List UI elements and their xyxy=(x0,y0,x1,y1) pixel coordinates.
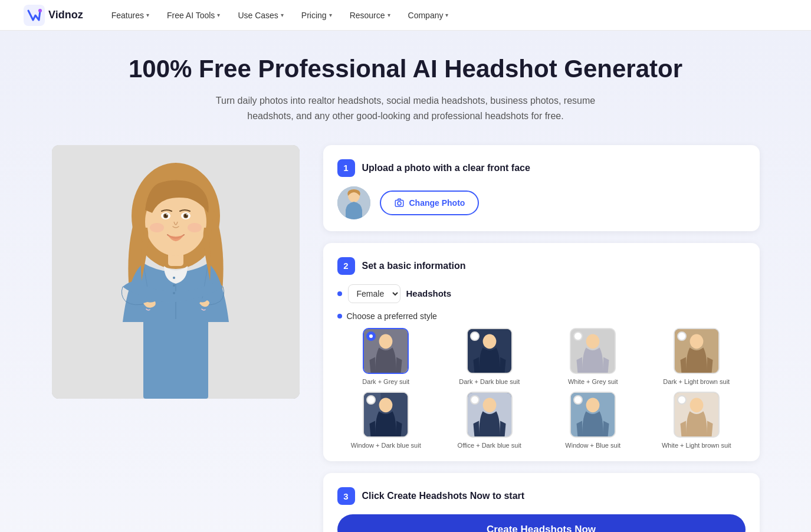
style-section-label: Choose a preferred style xyxy=(337,311,746,321)
style-radio-white-grey xyxy=(573,331,583,341)
style-label-window-blue: Window + Blue suit xyxy=(565,441,620,449)
step3-badge: 3 xyxy=(337,487,355,505)
bullet-icon xyxy=(337,314,342,318)
step3-card: 3 Click Create Headshots Now to start Cr… xyxy=(323,473,760,532)
step2-badge: 2 xyxy=(337,257,355,275)
svg-point-28 xyxy=(482,334,496,349)
main-photo xyxy=(52,145,300,399)
step2-title: Set a basic information xyxy=(362,261,466,271)
chevron-down-icon: ▾ xyxy=(217,12,220,18)
svg-point-26 xyxy=(379,334,393,349)
style-item-dark-grey[interactable]: Dark + Grey suit xyxy=(337,328,435,386)
step3-title: Click Create Headshots Now to start xyxy=(362,491,525,501)
style-label-office-darkblue: Office + Dark blue suit xyxy=(458,441,521,449)
svg-point-18 xyxy=(150,223,164,232)
svg-point-39 xyxy=(586,398,600,412)
svg-point-32 xyxy=(689,334,703,349)
svg-point-13 xyxy=(166,214,168,215)
svg-point-30 xyxy=(586,334,600,349)
headshots-label: Headshots xyxy=(406,288,452,298)
svg-rect-0 xyxy=(24,5,45,26)
nav-item-resource[interactable]: Resource ▾ xyxy=(343,7,398,24)
style-item-window-blue[interactable]: Window + Blue suit xyxy=(544,392,642,449)
style-item-white-lightbrown[interactable]: White + Light brown suit xyxy=(648,392,746,449)
svg-point-37 xyxy=(482,398,496,412)
style-item-window-darkblue[interactable]: Window + Dark blue suit xyxy=(337,392,435,449)
nav-item-free-ai-tools[interactable]: Free AI Tools ▾ xyxy=(160,7,227,24)
style-thumb-window-blue xyxy=(570,392,616,438)
bullet-icon xyxy=(337,291,342,296)
style-label-dark-grey: Dark + Grey suit xyxy=(362,377,409,386)
create-headshots-button[interactable]: Create Headshots Now xyxy=(337,514,746,532)
chevron-down-icon: ▾ xyxy=(388,12,390,18)
woman-illustration xyxy=(52,145,300,399)
svg-point-1 xyxy=(38,9,42,12)
step2-gender-row: Female Male Headshots xyxy=(337,284,746,303)
style-thumb-dark-lightbrown xyxy=(674,328,720,374)
style-radio-office-darkblue xyxy=(470,395,480,405)
style-label-dark-darkblue: Dark + Dark blue suit xyxy=(459,377,520,386)
nav-item-pricing[interactable]: Pricing ▾ xyxy=(294,7,339,24)
style-radio-dark-lightbrown xyxy=(677,331,687,341)
step3-header: 3 Click Create Headshots Now to start xyxy=(337,487,746,505)
style-radio-white-lightbrown xyxy=(677,395,687,405)
style-item-white-grey[interactable]: White + Grey suit xyxy=(544,328,642,386)
chevron-down-icon: ▾ xyxy=(281,12,284,18)
change-photo-button[interactable]: Change Photo xyxy=(380,191,480,215)
svg-point-17 xyxy=(186,214,188,215)
main-content: 100% Free Professional AI Headshot Gener… xyxy=(0,31,811,532)
style-label-dark-lightbrown: Dark + Light brown suit xyxy=(663,377,730,386)
svg-point-19 xyxy=(188,223,202,232)
nav-item-use-cases[interactable]: Use Cases ▾ xyxy=(231,7,290,24)
page-subtitle: Turn daily photos into realtor headshots… xyxy=(205,93,606,123)
style-label-white-grey: White + Grey suit xyxy=(568,377,618,386)
main-photo-panel xyxy=(52,145,300,399)
nav-item-company[interactable]: Company ▾ xyxy=(401,7,456,24)
camera-icon xyxy=(394,198,405,208)
chevron-down-icon: ▾ xyxy=(445,12,448,18)
style-item-dark-lightbrown[interactable]: Dark + Light brown suit xyxy=(648,328,746,386)
svg-point-24 xyxy=(398,201,401,205)
step2-card: 2 Set a basic information Female Male He… xyxy=(323,243,760,462)
chevron-down-icon: ▾ xyxy=(146,12,149,18)
style-label-white-lightbrown: White + Light brown suit xyxy=(662,441,731,449)
style-label-window-darkblue: Window + Dark blue suit xyxy=(351,441,421,449)
right-panel: 1 Upload a photo with a clear front face xyxy=(323,145,760,532)
style-radio-dark-darkblue xyxy=(470,331,480,341)
step1-badge: 1 xyxy=(337,159,355,177)
hero-section: 100% Free Professional AI Headshot Gener… xyxy=(35,54,776,124)
step2-header: 2 Set a basic information xyxy=(337,257,746,275)
style-item-dark-darkblue[interactable]: Dark + Dark blue suit xyxy=(441,328,539,386)
step1-body: Change Photo xyxy=(337,186,746,219)
navbar: Vidnoz Features ▾ Free AI Tools ▾ Use Ca… xyxy=(0,0,811,31)
thumbnail-image xyxy=(337,186,370,219)
content-row: 1 Upload a photo with a clear front face xyxy=(52,145,760,532)
step1-title: Upload a photo with a clear front face xyxy=(362,163,530,173)
gender-select[interactable]: Female Male xyxy=(348,284,400,303)
nav-links: Features ▾ Free AI Tools ▾ Use Cases ▾ P… xyxy=(104,7,456,24)
svg-rect-20 xyxy=(143,319,208,399)
style-thumb-white-grey xyxy=(570,328,616,374)
style-thumb-dark-grey xyxy=(363,328,409,374)
step1-header: 1 Upload a photo with a clear front face xyxy=(337,159,746,177)
style-thumb-dark-darkblue xyxy=(467,328,513,374)
svg-point-6 xyxy=(173,277,175,279)
step1-card: 1 Upload a photo with a clear front face xyxy=(323,145,760,231)
svg-point-41 xyxy=(689,398,703,412)
style-grid: Dark + Grey suit xyxy=(337,328,746,450)
nav-item-features[interactable]: Features ▾ xyxy=(104,7,156,24)
style-radio-dark-grey xyxy=(366,331,376,341)
logo[interactable]: Vidnoz xyxy=(24,5,83,26)
style-thumb-white-lightbrown xyxy=(674,392,720,438)
svg-point-7 xyxy=(173,284,175,287)
style-thumb-window-darkblue xyxy=(363,392,409,438)
chevron-down-icon: ▾ xyxy=(329,12,332,18)
logo-text: Vidnoz xyxy=(48,9,83,21)
page-title: 100% Free Professional AI Headshot Gener… xyxy=(35,54,776,84)
logo-icon xyxy=(24,5,45,26)
uploaded-photo-thumbnail xyxy=(337,186,370,219)
svg-point-35 xyxy=(379,398,393,412)
style-item-office-darkblue[interactable]: Office + Dark blue suit xyxy=(441,392,539,449)
style-thumb-office-darkblue xyxy=(467,392,513,438)
svg-point-8 xyxy=(173,292,175,294)
